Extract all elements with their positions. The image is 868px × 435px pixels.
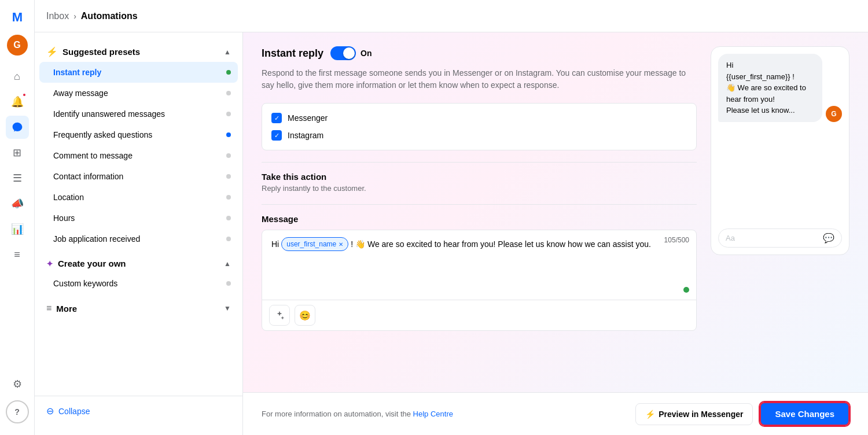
ai-toolbar-btn[interactable] — [269, 305, 290, 326]
toggle-label: On — [361, 49, 372, 58]
main-area: Inbox › Automations ⚡ Suggested presets … — [35, 0, 868, 435]
list-nav-icon[interactable]: ☰ — [6, 167, 29, 190]
lightning-icon: ⚡ — [46, 46, 58, 57]
panel-right: Hi{{user_first_name}} !👋 We are so excit… — [711, 46, 849, 378]
ir-description: Respond to the first message someone sen… — [262, 67, 697, 91]
grid-nav-icon[interactable]: ⊞ — [6, 141, 29, 164]
sidebar-item-contact-info[interactable]: Contact information — [35, 166, 242, 187]
sidebar-item-away-message[interactable]: Away message — [35, 83, 242, 104]
preview-send-icon: 💬 — [823, 233, 834, 244]
emoji-toolbar-btn[interactable]: 😊 — [295, 305, 315, 326]
ir-title: Instant reply — [262, 47, 323, 60]
sidebar-item-custom-keywords[interactable]: Custom keywords — [35, 273, 242, 294]
panel-left: Instant reply On Respond to the first me… — [262, 46, 697, 378]
more-header[interactable]: ≡ More ▼ — [35, 298, 242, 318]
megaphone-nav-icon[interactable]: 📣 — [6, 192, 29, 215]
sidebar-item-hours[interactable]: Hours — [35, 208, 242, 228]
settings-nav-icon[interactable]: ⚙ — [6, 373, 29, 396]
location-dot — [226, 195, 231, 200]
bottom-actions: ⚡ Preview in Messenger Save Changes — [635, 402, 849, 426]
help-text: For more information on automation, visi… — [262, 410, 453, 418]
top-header: Inbox › Automations — [35, 0, 868, 32]
platforms-section: ✓ Messenger ✓ Instagram — [262, 103, 697, 150]
suggested-presets-header[interactable]: ⚡ Suggested presets ▲ — [35, 42, 242, 62]
identify-unanswered-dot — [226, 112, 231, 116]
user-avatar[interactable]: G — [7, 35, 28, 56]
divider-2 — [262, 204, 697, 205]
suggested-presets-chevron: ▲ — [224, 48, 231, 56]
preview-bubble: Hi{{user_first_name}} !👋 We are so excit… — [718, 54, 822, 122]
job-application-dot — [226, 237, 231, 241]
sidebar-collapse-btn[interactable]: ⊖ Collapse — [35, 396, 242, 426]
sidebar-item-instant-reply[interactable]: Instant reply — [39, 62, 238, 83]
away-message-dot — [226, 91, 231, 95]
preview-panel: Hi{{user_first_name}} !👋 We are so excit… — [711, 46, 849, 255]
sidebar-item-comment-to-message[interactable]: Comment to message — [35, 145, 242, 166]
suggested-presets-title: ⚡ Suggested presets — [46, 46, 140, 57]
sidebar-item-location[interactable]: Location — [35, 187, 242, 208]
instant-reply-dot — [226, 70, 231, 75]
create-own-chevron: ▲ — [224, 260, 231, 268]
sidebar-item-job-application[interactable]: Job application received — [35, 228, 242, 249]
contact-info-dot — [226, 174, 231, 179]
breadcrumb-separator: › — [73, 12, 76, 21]
preview-avatar: G — [826, 106, 842, 122]
chat-nav-icon[interactable] — [6, 116, 29, 139]
create-own-header[interactable]: ✦ Create your own ▲ — [35, 254, 242, 273]
content-area: ⚡ Suggested presets ▲ Instant reply Away… — [35, 32, 868, 435]
preview-in-messenger-btn[interactable]: ⚡ Preview in Messenger — [635, 403, 753, 425]
message-content[interactable]: 105/500 Hi user_first_name ✕ ! 👋 We are … — [262, 230, 696, 300]
more-chevron: ▼ — [224, 304, 231, 312]
preview-input-area: Aa 💬 — [718, 228, 842, 248]
platform-instagram[interactable]: ✓ Instagram — [271, 130, 687, 141]
lines-icon: ≡ — [46, 303, 52, 314]
instagram-checkbox[interactable]: ✓ — [271, 130, 282, 141]
user-first-name-tag[interactable]: user_first_name ✕ — [281, 237, 348, 251]
sparkle-icon: ✦ — [46, 259, 53, 268]
messenger-checkbox[interactable]: ✓ — [271, 113, 282, 123]
tag-remove-icon[interactable]: ✕ — [339, 240, 343, 249]
custom-keywords-dot — [226, 281, 231, 286]
help-centre-link[interactable]: Help Centre — [413, 410, 453, 418]
hours-dot — [226, 216, 231, 220]
divider-1 — [262, 162, 697, 163]
home-nav-icon[interactable]: ⌂ — [6, 65, 29, 88]
preview-input-placeholder: Aa — [726, 234, 818, 242]
message-text: Hi user_first_name ✕ ! 👋 We are so excit… — [271, 237, 687, 251]
help-nav-icon[interactable]: ? — [6, 400, 29, 423]
message-section: Message 105/500 Hi user_first_name ✕ — [262, 214, 697, 331]
ir-header: Instant reply On — [262, 46, 697, 60]
more-title: ≡ More — [46, 303, 77, 314]
platform-messenger[interactable]: ✓ Messenger — [271, 113, 687, 123]
bell-nav-icon[interactable]: 🔔 — [6, 90, 29, 113]
breadcrumb-current: Automations — [81, 11, 138, 21]
message-status-dot — [683, 287, 689, 293]
bottom-bar: For more information on automation, visi… — [243, 392, 868, 435]
char-count: 105/500 — [664, 235, 689, 245]
action-desc: Reply instantly to the customer. — [262, 184, 697, 193]
message-toolbar: 😊 — [262, 300, 696, 330]
toggle-wrapper: On — [330, 46, 372, 60]
create-own-title: ✦ Create your own — [46, 259, 126, 268]
panel-content: Instant reply On Respond to the first me… — [243, 32, 868, 392]
action-section: Take this action Reply instantly to the … — [262, 172, 697, 193]
save-changes-btn[interactable]: Save Changes — [760, 402, 849, 426]
sidebar: ⚡ Suggested presets ▲ Instant reply Away… — [35, 32, 243, 435]
sidebar-item-identify-unanswered[interactable]: Identify unanswered messages — [35, 104, 242, 124]
message-label: Message — [262, 214, 697, 224]
action-title: Take this action — [262, 172, 697, 182]
ir-toggle[interactable] — [330, 46, 356, 60]
messenger-icon: ⚡ — [645, 410, 655, 419]
chart-nav-icon[interactable]: 📊 — [6, 218, 29, 241]
main-panel: Instant reply On Respond to the first me… — [243, 32, 868, 435]
svg-text:M: M — [12, 10, 22, 24]
notification-badge — [22, 93, 27, 97]
collapse-circle-icon: ⊖ — [46, 405, 54, 416]
breadcrumb-inbox[interactable]: Inbox — [46, 11, 69, 21]
preview-message-row: Hi{{user_first_name}} !👋 We are so excit… — [718, 54, 842, 122]
faq-dot — [226, 132, 231, 137]
sidebar-item-faq[interactable]: Frequently asked questions — [35, 124, 242, 145]
hamburger-nav-icon[interactable]: ≡ — [6, 243, 29, 266]
message-box: 105/500 Hi user_first_name ✕ ! 👋 We are … — [262, 230, 697, 331]
meta-logo: M — [7, 7, 28, 28]
